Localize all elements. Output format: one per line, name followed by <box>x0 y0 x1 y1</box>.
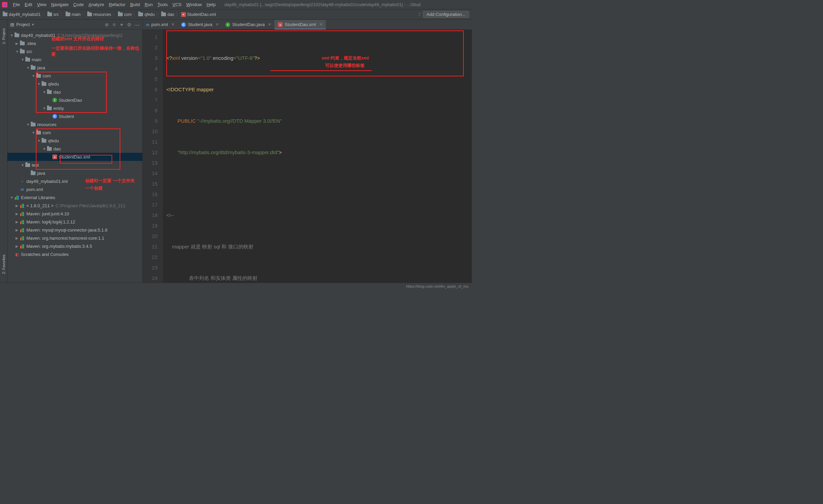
breadcrumb: day49_mybatis01〉src〉main〉resources〉com〉q… <box>3 11 216 17</box>
breadcrumb-resources[interactable]: resources <box>87 12 111 17</box>
editor-code[interactable]: <?xml version="1.0" encoding="UTF-8"?> <… <box>163 30 472 283</box>
close-tab-icon[interactable]: ✕ <box>216 22 219 27</box>
annotation-underline <box>270 70 372 71</box>
tree-item-Maven: junit:junit:4.10[interactable]: ▶Maven: junit:junit:4.10 <box>7 210 142 218</box>
project-tool-window: ▤ Project ▾ ⊕ ≑ ✦ ⚙ — ▼day49_mybatis01C:… <box>7 20 143 283</box>
tree-item-resources[interactable]: ▼resources <box>7 120 142 128</box>
left-tool-tabs: 1: Project 2: Favorites <box>0 20 7 283</box>
tree-item-pom.xml[interactable]: mpom.xml <box>7 185 142 193</box>
breadcrumb-src[interactable]: src <box>47 12 59 17</box>
tree-item-src[interactable]: ▼src <box>7 47 142 55</box>
collapse-icon[interactable]: ✦ <box>120 22 124 27</box>
editor-area: mpom.xml✕CStudent.java✕IStudentDao.java✕… <box>143 20 472 283</box>
app-icon <box>2 2 7 7</box>
breadcrumb-main[interactable]: main <box>66 12 80 17</box>
breadcrumb-day49_mybatis01[interactable]: day49_mybatis01 <box>3 12 41 17</box>
tree-item-java[interactable]: ▼java <box>7 64 142 72</box>
sidetab-favorites[interactable]: 2: Favorites <box>1 253 6 276</box>
tree-item-External Libraries[interactable]: ▼External Libraries <box>7 193 142 201</box>
tree-item-com[interactable]: ▼com <box>7 72 142 80</box>
tree-item-entity[interactable]: ▼entity <box>7 104 142 112</box>
tree-item-day49_mybatis01.iml[interactable]: ▫day49_mybatis01.iml <box>7 177 142 185</box>
tree-item-com[interactable]: ▼com <box>7 128 142 137</box>
menu-file[interactable]: File <box>11 1 22 8</box>
gear-icon[interactable]: ⚙ <box>127 22 131 27</box>
hide-icon[interactable]: — <box>135 22 140 27</box>
tree-item-qfedu[interactable]: ▼qfedu <box>7 80 142 88</box>
menubar: FileEditViewNavigateCodeAnalyzeRefactorB… <box>11 1 218 8</box>
tree-item-test[interactable]: ▼test <box>7 161 142 169</box>
tree-item-day49_mybatis01[interactable]: ▼day49_mybatis01C:\Users\wgz\Desktop\qia… <box>7 31 142 39</box>
menu-run[interactable]: Run <box>143 1 155 8</box>
editor-body[interactable]: 123456789101112131415161718192021222324 … <box>143 30 472 283</box>
editor-tab-StudentDao.xml[interactable]: xStudentDao.xml✕ <box>274 20 326 29</box>
tree-item-qfedu[interactable]: ▼qfedu <box>7 137 142 145</box>
toolbar: day49_mybatis01〉src〉main〉resources〉com〉q… <box>0 9 472 20</box>
project-panel-title: Project <box>16 22 30 27</box>
close-tab-icon[interactable]: ✕ <box>268 22 271 27</box>
editor-tab-StudentDao.java[interactable]: IStudentDao.java✕ <box>222 20 274 29</box>
tree-item-dao[interactable]: ▼dao <box>7 88 142 96</box>
menu-help[interactable]: Help <box>204 1 218 8</box>
menu-view[interactable]: View <box>35 1 48 8</box>
breadcrumb-qfedu[interactable]: qfedu <box>138 12 154 17</box>
statusbar-text: https://blog.csdn.net/An_apple_of_mu <box>406 284 468 288</box>
menu-navigate[interactable]: Navigate <box>49 1 70 8</box>
menu-refactor[interactable]: Refactor <box>107 1 127 8</box>
project-tree[interactable]: ▼day49_mybatis01C:\Users\wgz\Desktop\qia… <box>7 30 142 283</box>
breadcrumb-com[interactable]: com <box>118 12 132 17</box>
tree-item-Student[interactable]: CStudent <box>7 112 142 120</box>
tree-item-Maven: org.hamcrest:hamcrest-core:1.1[interactable]: ▶Maven: org.hamcrest:hamcrest-core:1.1 <box>7 234 142 242</box>
tree-item-java[interactable]: java <box>7 169 142 177</box>
breadcrumb-StudentDao.xml[interactable]: xStudentDao.xml <box>181 12 216 17</box>
tree-item-Maven: org.mybatis:mybatis:3.4.5[interactable]: ▶Maven: org.mybatis:mybatis:3.4.5 <box>7 242 142 250</box>
locate-icon[interactable]: ⊕ <box>105 22 109 27</box>
editor-tabs: mpom.xml✕CStudent.java✕IStudentDao.java✕… <box>143 20 472 30</box>
close-tab-icon[interactable]: ✕ <box>171 22 174 27</box>
window-title: day49_mybatis01 [...\wgz\Desktop\qianfen… <box>224 2 470 7</box>
tree-item-StudentDao.xml[interactable]: xStudentDao.xml <box>7 153 142 161</box>
tree-item-main[interactable]: ▼main <box>7 55 142 64</box>
editor-gutter: 123456789101112131415161718192021222324 <box>143 30 163 283</box>
editor-tab-Student.java[interactable]: CStudent.java✕ <box>178 20 222 29</box>
menu-code[interactable]: Code <box>71 1 86 8</box>
add-configuration-button[interactable]: Add Configuration... <box>423 11 469 18</box>
expand-icon[interactable]: ≑ <box>112 22 116 27</box>
tree-item-< 1.8.0_211 >[interactable]: ▶< 1.8.0_211 >C:\Program Files\Java\jdk1… <box>7 201 142 210</box>
menu-edit[interactable]: Edit <box>23 1 34 8</box>
menu-vcs[interactable]: VCS <box>170 1 184 8</box>
menu-tools[interactable]: Tools <box>155 1 170 8</box>
breadcrumb-dao[interactable]: dao <box>161 12 174 17</box>
project-view-icon: ▤ <box>10 22 14 27</box>
menu-analyze[interactable]: Analyze <box>87 1 106 8</box>
project-panel-header: ▤ Project ▾ ⊕ ≑ ✦ ⚙ — <box>7 20 142 30</box>
sidetab-project[interactable]: 1: Project <box>1 26 6 46</box>
titlebar: FileEditViewNavigateCodeAnalyzeRefactorB… <box>0 0 472 9</box>
tree-item-dao[interactable]: ▼dao <box>7 145 142 153</box>
statusbar: https://blog.csdn.net/An_apple_of_mu <box>0 283 472 289</box>
tree-item-StudentDao[interactable]: IStudentDao <box>7 96 142 104</box>
editor-tab-pom.xml[interactable]: mpom.xml✕ <box>143 20 178 29</box>
tree-item-Maven: log4j:log4j:1.2.12[interactable]: ▶Maven: log4j:log4j:1.2.12 <box>7 218 142 226</box>
menu-build[interactable]: Build <box>128 1 142 8</box>
build-icon[interactable]: ⤴ <box>418 12 421 17</box>
tree-item-Scratches and Consoles[interactable]: ◐Scratches and Consoles <box>7 250 142 258</box>
tree-item-Maven: mysql:mysql-connector-java:5.1.6[interactable]: ▶Maven: mysql:mysql-connector-java:5.1.6 <box>7 226 142 234</box>
close-tab-icon[interactable]: ✕ <box>319 22 322 27</box>
menu-window[interactable]: Window <box>184 1 204 8</box>
tree-item-.idea[interactable]: ▶.idea <box>7 39 142 47</box>
